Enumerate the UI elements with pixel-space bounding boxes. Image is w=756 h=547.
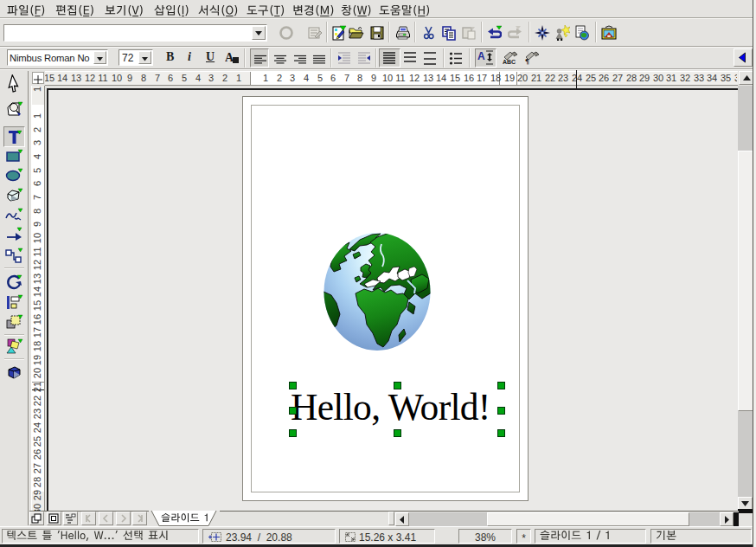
svg-text:ABC: ABC [503, 59, 516, 65]
svg-text:A: A [477, 50, 485, 62]
